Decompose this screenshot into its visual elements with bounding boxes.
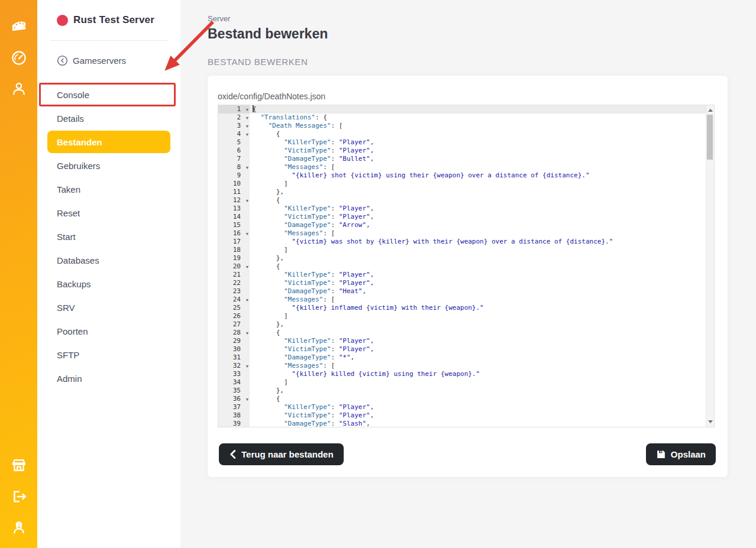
gutter-line-number: 24▼: [218, 296, 250, 304]
editor-scrollbar[interactable]: [706, 105, 714, 427]
code-editor[interactable]: 1▼2▼3▼4▼5678▼9101112▼13141516▼17181920▼2…: [218, 105, 715, 427]
scrollbar-thumb[interactable]: [707, 115, 713, 160]
fold-toggle-icon[interactable]: ▼: [246, 362, 248, 371]
gutter-line-number: 12▼: [218, 196, 250, 205]
gutter-line-number: 9: [218, 171, 250, 180]
sidebar-item-srv[interactable]: SRV: [47, 296, 170, 319]
logout-icon[interactable]: [10, 488, 28, 505]
code-line: ]: [250, 180, 706, 188]
code-line: "VictimType": "Player",: [250, 345, 706, 354]
code-line: "Messages": [: [250, 163, 706, 171]
sidebar-item-details[interactable]: Details: [47, 107, 170, 129]
code-line: "KillerType": "Player",: [250, 205, 706, 213]
gutter-line-number: 33: [218, 370, 250, 378]
save-button[interactable]: Opslaan: [646, 443, 716, 465]
gutter-line-number: 26: [218, 312, 250, 320]
sidebar-item-label: Bestanden: [57, 137, 102, 147]
user-icon[interactable]: [10, 80, 28, 98]
sidebar-item-label: Backups: [57, 279, 91, 289]
gutter-line-number: 15: [218, 221, 250, 229]
fold-toggle-icon[interactable]: ▼: [246, 131, 248, 139]
code-line: "DamageType": "Bullet",: [250, 155, 706, 163]
back-to-files-button[interactable]: Terug naar bestanden: [219, 443, 344, 465]
gutter-line-number: 39: [218, 420, 250, 427]
server-status-dot: [57, 15, 68, 26]
sidebar-item-poorten[interactable]: Poorten: [47, 320, 170, 342]
fold-toggle-icon[interactable]: ▼: [246, 395, 248, 404]
code-line: {: [250, 196, 706, 205]
sidebar-item-bestanden[interactable]: Bestanden: [47, 131, 170, 153]
gutter-line-number: 10: [218, 180, 250, 188]
sidebar-item-taken[interactable]: Taken: [47, 178, 170, 200]
sidebar-item-admin[interactable]: Admin: [47, 367, 170, 390]
code-line: "VictimType": "Player",: [250, 279, 706, 287]
sidebar-item-label: Reset: [57, 208, 80, 218]
gutter-line-number: 29: [218, 337, 250, 345]
gutter-line-number: 13: [218, 205, 250, 213]
sidebar-item-backups[interactable]: Backups: [47, 273, 170, 295]
back-button-label: Terug naar bestanden: [241, 449, 334, 459]
code-line: {: [250, 262, 706, 271]
code-line: },: [250, 387, 706, 395]
scrollbar-down-arrow-icon[interactable]: [708, 420, 713, 423]
gutter-line-number: 1▼: [218, 105, 250, 114]
sidebar: Rust Test Server Gameservers ConsoleDeta…: [37, 0, 180, 548]
gutter-line-number: 21: [218, 271, 250, 279]
code-line: {: [250, 329, 706, 337]
sidebar-item-start[interactable]: Start: [47, 225, 170, 248]
code-line: {: [250, 395, 706, 403]
editor-gutter: 1▼2▼3▼4▼5678▼9101112▼13141516▼17181920▼2…: [218, 105, 250, 427]
code-line: "VictimType": "Player",: [250, 411, 706, 420]
fold-toggle-icon[interactable]: ▼: [246, 164, 248, 172]
dashboard-gauge-icon[interactable]: [10, 49, 28, 67]
gutter-line-number: 27: [218, 320, 250, 329]
scrollbar-up-arrow-icon[interactable]: [708, 109, 713, 112]
arrow-left-circle-icon: [57, 55, 68, 66]
sidebar-item-label: Databases: [57, 255, 99, 265]
code-line: ]: [250, 378, 706, 387]
code-line: "DamageType": "*",: [250, 354, 706, 362]
cheese-icon[interactable]: [10, 15, 28, 33]
code-line: "DamageType": "Arrow",: [250, 221, 706, 229]
code-line: "{killer} shot {victim} using their {wea…: [250, 171, 706, 180]
fold-toggle-icon[interactable]: ▼: [246, 122, 248, 131]
code-line: "DamageType": "Slash",: [250, 420, 706, 427]
sidebar-item-sftp[interactable]: SFTP: [47, 343, 170, 366]
sidebar-item-label: SRV: [57, 303, 75, 313]
sidebar-item-reset[interactable]: Reset: [47, 202, 170, 224]
gutter-line-number: 4▼: [218, 130, 250, 138]
fold-toggle-icon[interactable]: ▼: [246, 263, 248, 271]
admin-user-icon[interactable]: [10, 518, 28, 536]
chevron-left-icon: [229, 450, 237, 459]
code-line: "KillerType": "Player",: [250, 337, 706, 345]
sidebar-item-label: Console: [57, 90, 89, 100]
gutter-line-number: 32▼: [218, 362, 250, 370]
fold-toggle-icon[interactable]: ▼: [246, 296, 248, 304]
editor-code-area[interactable]: { "Translations": { "Death Messages": [ …: [250, 105, 706, 427]
breadcrumb-eyebrow: Server: [208, 14, 230, 23]
gutter-line-number: 22: [218, 279, 250, 287]
gutter-line-number: 28▼: [218, 329, 250, 337]
gutter-line-number: 34: [218, 378, 250, 387]
sidebar-item-databases[interactable]: Databases: [47, 249, 170, 271]
fold-toggle-icon[interactable]: ▼: [246, 106, 248, 114]
fold-toggle-icon[interactable]: ▼: [246, 329, 248, 338]
main-content: Server Bestand bewerken BESTAND BEWERKEN…: [180, 0, 756, 548]
store-icon[interactable]: [10, 456, 28, 474]
sidebar-item-label: Poorten: [57, 326, 88, 336]
code-line: "Death Messages": [: [250, 122, 706, 130]
back-to-gameservers-link[interactable]: Gameservers: [57, 55, 126, 66]
code-line: "Messages": [: [250, 229, 706, 238]
sidebar-item-gebruikers[interactable]: Gebruikers: [47, 154, 170, 177]
sidebar-item-label: SFTP: [57, 350, 79, 360]
fold-toggle-icon[interactable]: ▼: [246, 197, 248, 205]
fold-toggle-icon[interactable]: ▼: [246, 114, 248, 122]
save-button-label: Opslaan: [671, 449, 706, 459]
code-line: "DamageType": "Heat",: [250, 287, 706, 296]
fold-toggle-icon[interactable]: ▼: [246, 230, 248, 238]
sidebar-item-label: Taken: [57, 184, 80, 194]
code-line: "Translations": {: [250, 114, 706, 122]
gutter-line-number: 35: [218, 387, 250, 395]
sidebar-item-console[interactable]: Console: [47, 83, 170, 106]
gutter-line-number: 18: [218, 246, 250, 254]
